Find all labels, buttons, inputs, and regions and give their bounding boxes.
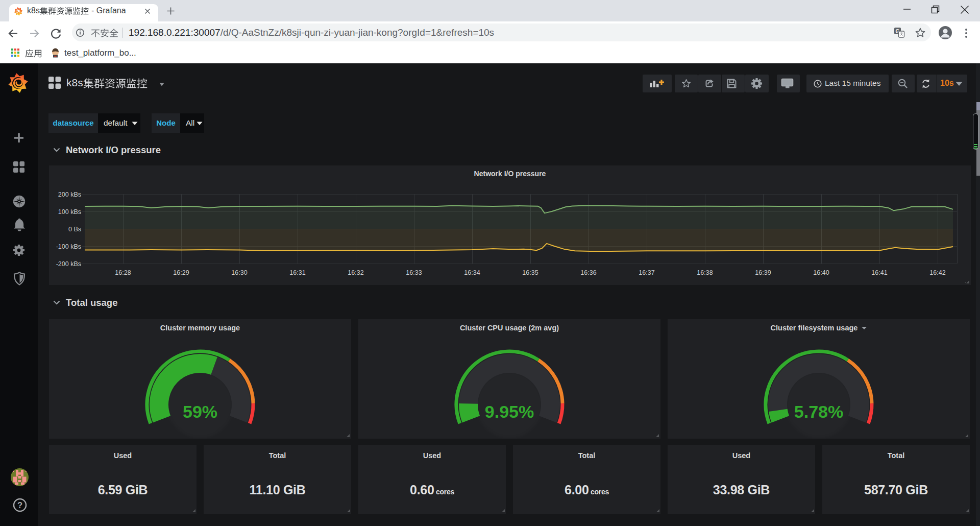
- svg-text:16:34: 16:34: [464, 269, 480, 276]
- svg-text:200 kBs: 200 kBs: [58, 191, 81, 198]
- svg-text:16:29: 16:29: [173, 269, 189, 276]
- svg-text:16:39: 16:39: [755, 269, 771, 276]
- svg-text:16:38: 16:38: [697, 269, 713, 276]
- svg-text:59%: 59%: [183, 402, 217, 421]
- svg-text:?: ?: [17, 500, 22, 510]
- svg-text:16:40: 16:40: [813, 269, 829, 276]
- svg-text:16:28: 16:28: [115, 269, 131, 276]
- svg-text:-200 kBs: -200 kBs: [56, 260, 81, 268]
- svg-text:16:36: 16:36: [580, 269, 596, 276]
- svg-text:100 kBs: 100 kBs: [58, 208, 81, 216]
- svg-text:16:35: 16:35: [522, 269, 538, 276]
- svg-text:16:32: 16:32: [348, 269, 363, 276]
- svg-text:16:31: 16:31: [289, 269, 305, 276]
- svg-text:16:30: 16:30: [231, 269, 247, 276]
- svg-text:16:33: 16:33: [406, 269, 422, 276]
- svg-text:-100 kBs: -100 kBs: [56, 243, 81, 250]
- svg-text:16:42: 16:42: [929, 269, 945, 276]
- svg-text:16:41: 16:41: [871, 269, 887, 276]
- svg-text:16:37: 16:37: [639, 269, 654, 276]
- svg-text:0 Bs: 0 Bs: [68, 226, 81, 233]
- svg-text:9.95%: 9.95%: [485, 402, 534, 421]
- svg-text:5.78%: 5.78%: [794, 402, 843, 421]
